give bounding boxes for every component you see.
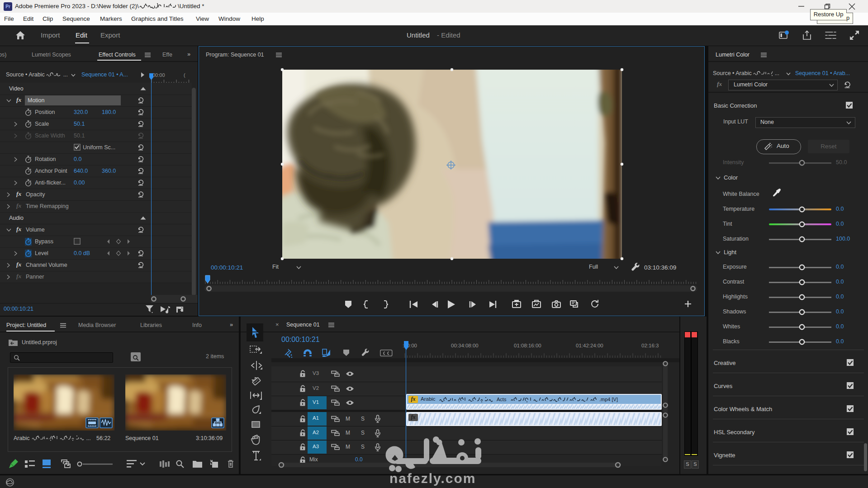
svg-text:Acts: Acts (497, 397, 507, 402)
svg-text:.mp4 [V]: .mp4 [V] (599, 397, 618, 402)
